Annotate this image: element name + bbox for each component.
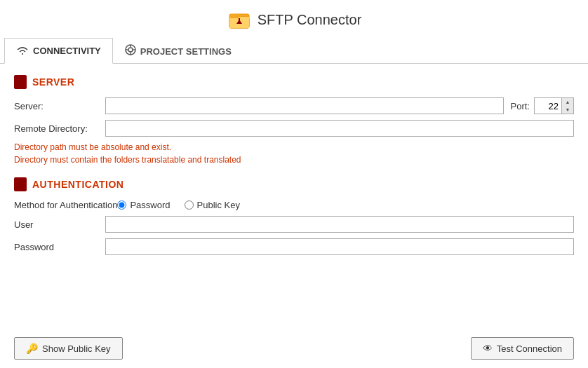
password-input[interactable] [105, 238, 574, 255]
remote-dir-label: Remote Directory: [14, 123, 105, 134]
password-row: Password [14, 238, 574, 255]
user-label: User [14, 219, 105, 230]
radio-password-input[interactable] [117, 200, 126, 210]
sftp-icon [227, 7, 252, 32]
app-header: SFTP Connector [0, 0, 588, 38]
tab-connectivity[interactable]: CONNECTIVITY [4, 38, 113, 64]
port-spinner-up[interactable]: ▲ [562, 98, 573, 106]
key-icon: 🔑 [26, 343, 38, 354]
server-section: SERVER Server: Port: ▲ ▼ Rem [14, 75, 574, 165]
radio-public-key-label: Public Key [197, 200, 240, 210]
remote-dir-input[interactable] [105, 120, 574, 137]
error-msg-1: Directory path must be absolute and exis… [14, 142, 574, 152]
port-input[interactable] [535, 98, 561, 114]
user-row: User [14, 216, 574, 233]
auth-method-label: Method for Authentication [14, 200, 117, 210]
tab-connectivity-label: CONNECTIVITY [33, 46, 101, 56]
tab-project-settings-label: PROJECT SETTINGS [140, 46, 232, 57]
wifi-icon [16, 44, 29, 57]
auth-section-title: AUTHENTICATION [32, 179, 123, 190]
settings-icon [125, 44, 136, 58]
port-input-wrapper: ▲ ▼ [534, 97, 574, 114]
user-input[interactable] [105, 216, 574, 233]
error-msg-2: Directory must contain the folders trans… [14, 155, 574, 165]
server-label: Server: [14, 101, 105, 111]
port-group: Port: ▲ ▼ [511, 97, 574, 114]
auth-section-header: AUTHENTICATION [14, 177, 574, 191]
test-connection-label: Test Connection [497, 343, 562, 354]
main-content: SERVER Server: Port: ▲ ▼ Rem [0, 64, 588, 329]
tab-bar: CONNECTIVITY PROJECT SETTINGS [0, 38, 588, 64]
app-title: SFTP Connector [258, 12, 362, 28]
radio-public-key-input[interactable] [185, 200, 194, 210]
password-label: Password [14, 242, 105, 252]
auth-method-radio-group: Password Public Key [117, 200, 240, 210]
port-spinners: ▲ ▼ [561, 98, 573, 114]
show-public-key-label: Show Public Key [42, 343, 111, 354]
auth-section: AUTHENTICATION Method for Authentication… [14, 177, 574, 255]
footer: 🔑 Show Public Key 👁 Test Connection [0, 329, 588, 368]
server-row: Server: Port: ▲ ▼ [14, 97, 574, 114]
server-section-title: SERVER [32, 76, 74, 88]
svg-rect-3 [229, 14, 239, 18]
port-spinner-down[interactable]: ▼ [562, 106, 573, 114]
radio-password-label: Password [130, 200, 170, 210]
server-section-header: SERVER [14, 75, 574, 89]
server-section-icon [14, 75, 27, 89]
radio-public-key[interactable]: Public Key [185, 200, 240, 210]
eye-icon: 👁 [483, 343, 493, 354]
svg-point-7 [128, 48, 133, 52]
tab-project-settings[interactable]: PROJECT SETTINGS [113, 38, 243, 64]
radio-password[interactable]: Password [117, 200, 170, 210]
remote-dir-row: Remote Directory: [14, 120, 574, 137]
server-input[interactable] [105, 97, 504, 114]
svg-rect-5 [239, 18, 240, 22]
port-label: Port: [511, 101, 530, 111]
show-public-key-button[interactable]: 🔑 Show Public Key [14, 337, 123, 360]
auth-method-row: Method for Authentication Password Publi… [14, 200, 574, 210]
auth-section-icon [14, 177, 27, 191]
test-connection-button[interactable]: 👁 Test Connection [471, 337, 574, 360]
